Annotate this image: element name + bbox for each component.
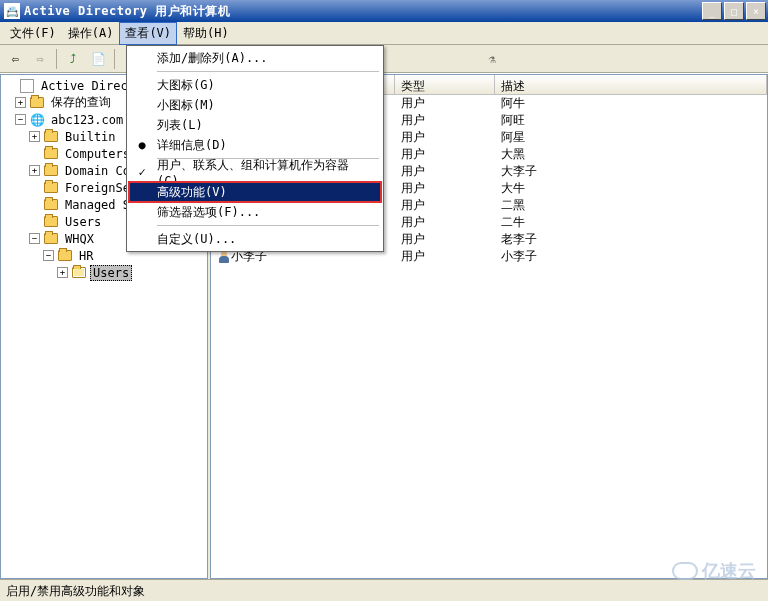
- cloud-icon: [672, 562, 698, 580]
- cell-desc: 小李子: [495, 247, 767, 266]
- folder-icon: [44, 148, 58, 159]
- menu-view[interactable]: 查看(V): [119, 22, 177, 45]
- col-desc[interactable]: 描述: [495, 75, 767, 94]
- menu-help[interactable]: 帮助(H): [177, 22, 235, 45]
- up-button[interactable]: ⤴: [62, 48, 84, 70]
- menu-details-view[interactable]: ●详细信息(D): [129, 135, 381, 155]
- folder-icon: [44, 233, 58, 244]
- back-button[interactable]: ⇦: [4, 48, 26, 70]
- col-type[interactable]: 类型: [395, 75, 495, 94]
- folder-icon: [44, 131, 58, 142]
- menu-containers[interactable]: ✓用户、联系人、组和计算机作为容器(C): [129, 162, 381, 182]
- cell-type: 用户: [395, 247, 495, 266]
- folder-open-icon: [72, 267, 86, 278]
- folder-icon: [30, 97, 44, 108]
- menu-add-remove-cols[interactable]: 添加/删除列(A)...: [129, 48, 381, 68]
- menu-small-icons[interactable]: 小图标(M): [129, 95, 381, 115]
- close-button[interactable]: ×: [746, 2, 766, 20]
- menu-customize[interactable]: 自定义(U)...: [129, 229, 381, 249]
- menu-advanced-features[interactable]: 高级功能(V): [129, 182, 381, 202]
- folder-icon: [44, 216, 58, 227]
- minimize-button[interactable]: _: [702, 2, 722, 20]
- radio-check-icon: ●: [135, 138, 149, 152]
- toolbar: ⇦ ⇨ ⤴ 📄 ✂ ✖ ⟳ ☰ ⚗: [0, 45, 768, 73]
- menu-action[interactable]: 操作(A): [62, 22, 120, 45]
- menu-large-icons[interactable]: 大图标(G): [129, 75, 381, 95]
- properties-button[interactable]: 📄: [87, 48, 109, 70]
- tree-selected: Users: [90, 265, 132, 281]
- menu-list-view[interactable]: 列表(L): [129, 115, 381, 135]
- app-icon: 📇: [4, 3, 20, 19]
- menu-file[interactable]: 文件(F): [4, 22, 62, 45]
- window-title: Active Directory 用户和计算机: [24, 3, 702, 20]
- filter-icon[interactable]: ⚗: [481, 48, 503, 70]
- view-dropdown-menu: 添加/删除列(A)... 大图标(G) 小图标(M) 列表(L) ●详细信息(D…: [126, 45, 384, 252]
- status-text: 启用/禁用高级功能和对象: [6, 584, 145, 598]
- forward-button: ⇨: [29, 48, 51, 70]
- window-titlebar: 📇 Active Directory 用户和计算机 _ □ ×: [0, 0, 768, 22]
- folder-icon: [44, 182, 58, 193]
- tree-hr-users[interactable]: + Users: [1, 264, 207, 281]
- menu-filter-options[interactable]: 筛选器选项(F)...: [129, 202, 381, 222]
- check-icon: ✓: [135, 165, 149, 179]
- status-bar: 启用/禁用高级功能和对象: [0, 579, 768, 601]
- watermark: 亿速云: [672, 559, 756, 583]
- ad-root-icon: [20, 79, 34, 93]
- domain-icon: 🌐: [29, 113, 45, 127]
- maximize-button[interactable]: □: [724, 2, 744, 20]
- menubar: 文件(F) 操作(A) 查看(V) 帮助(H): [0, 22, 768, 45]
- folder-icon: [44, 165, 58, 176]
- folder-icon: [44, 199, 58, 210]
- folder-icon: [58, 250, 72, 261]
